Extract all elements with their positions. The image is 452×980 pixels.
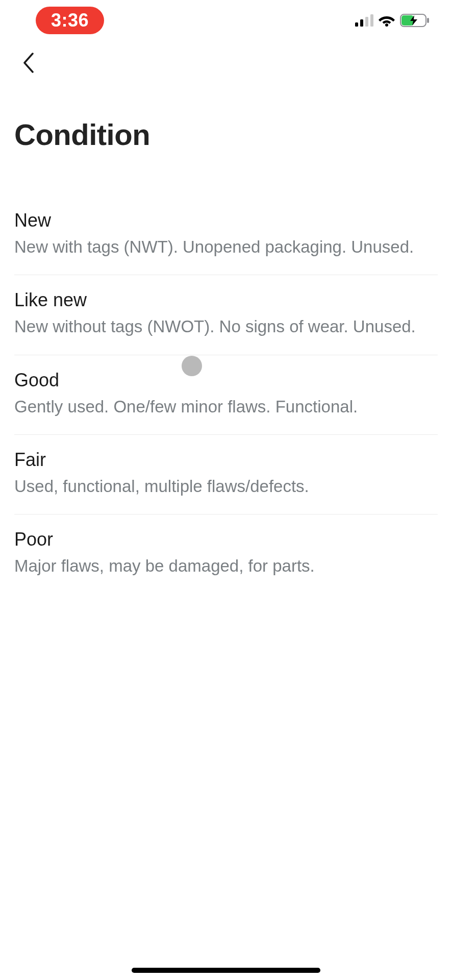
condition-option-fair[interactable]: Fair Used, functional, multiple flaws/de… [14,435,438,514]
condition-option-good[interactable]: Good Gently used. One/few minor flaws. F… [14,355,438,435]
svg-rect-1 [360,19,363,27]
cellular-signal-icon [355,14,373,27]
condition-option-like-new[interactable]: Like new New without tags (NWOT). No sig… [14,275,438,355]
wifi-icon [379,14,395,27]
nav-bar [0,41,452,85]
option-title: New [14,210,438,231]
chevron-left-icon [22,53,35,73]
status-time: 3:36 [51,10,89,31]
option-title: Fair [14,449,438,471]
option-title: Good [14,370,438,391]
option-desc: New with tags (NWT). Unopened packaging.… [14,236,438,257]
condition-option-new[interactable]: New New with tags (NWT). Unopened packag… [14,195,438,275]
condition-list: New New with tags (NWT). Unopened packag… [14,195,438,594]
option-desc: Used, functional, multiple flaws/defects… [14,476,438,497]
page-title: Condition [14,117,438,152]
status-bar: 3:36 [0,0,452,41]
svg-point-4 [385,23,388,27]
battery-charging-icon [400,14,430,27]
home-indicator [132,968,320,973]
condition-option-poor[interactable]: Poor Major flaws, may be damaged, for pa… [14,514,438,594]
option-desc: Gently used. One/few minor flaws. Functi… [14,396,438,417]
svg-rect-3 [370,14,373,27]
status-icons [355,14,430,27]
status-time-pill: 3:36 [36,7,104,34]
back-button[interactable] [14,48,43,77]
option-desc: New without tags (NWOT). No signs of wea… [14,316,438,337]
svg-rect-2 [365,17,368,27]
option-desc: Major flaws, may be damaged, for parts. [14,555,438,576]
content: Condition New New with tags (NWT). Unope… [0,85,452,594]
svg-rect-0 [355,22,358,27]
option-title: Poor [14,529,438,550]
svg-rect-6 [427,18,429,23]
option-title: Like new [14,289,438,311]
